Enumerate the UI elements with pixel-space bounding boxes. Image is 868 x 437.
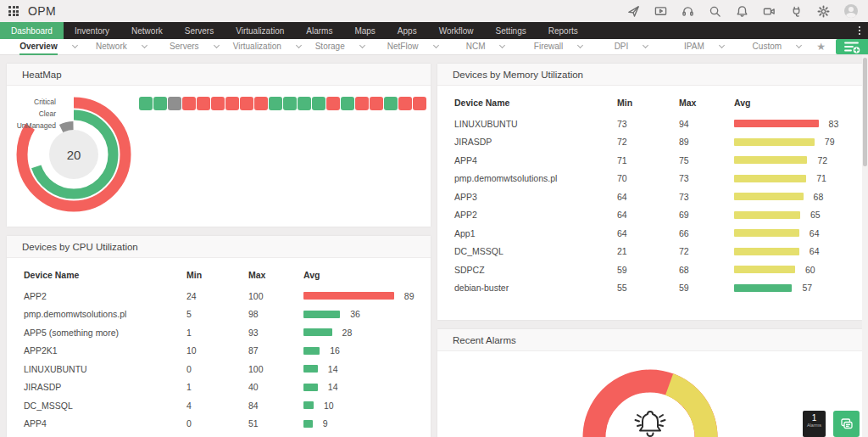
device-name[interactable]: APP2 — [454, 210, 617, 220]
subnav-tab[interactable]: Servers — [158, 39, 231, 54]
nav-tab[interactable]: Apps — [387, 22, 428, 39]
heatmap-cell[interactable] — [341, 97, 354, 110]
nav-tab[interactable]: Network — [120, 22, 174, 39]
device-name[interactable]: DC_MSSQL — [24, 401, 186, 411]
heatmap-cell[interactable] — [326, 97, 340, 110]
apps-grid-icon[interactable] — [8, 6, 19, 16]
heatmap-cell[interactable] — [225, 97, 239, 110]
search-icon[interactable] — [709, 5, 721, 18]
table-row[interactable]: debian-buster 55 59 57 — [454, 279, 845, 298]
chevron-down-icon[interactable] — [214, 42, 220, 48]
nav-tab[interactable]: Alarms — [295, 22, 343, 39]
heatmap-cell[interactable] — [298, 97, 311, 110]
alarm-count-badge[interactable]: 1 Alarms — [803, 411, 826, 437]
device-name[interactable]: APP3 — [454, 192, 617, 202]
nav-tab[interactable]: Dashboard — [0, 22, 64, 39]
chevron-down-icon[interactable] — [643, 42, 648, 48]
demo-player-icon[interactable] — [654, 5, 667, 18]
device-name[interactable]: pmp.demomwtsolutions.pl — [454, 173, 617, 183]
alarms-donut-chart[interactable]: 10 — [578, 365, 722, 437]
headset-icon[interactable] — [682, 5, 694, 18]
table-row[interactable]: DC_MSSQL 21 72 64 — [454, 243, 845, 261]
chat-button[interactable] — [833, 411, 860, 437]
device-name[interactable]: LINUXUBUNTU — [24, 364, 186, 374]
table-row[interactable]: APP5 (something more) 1 93 28 — [24, 323, 414, 342]
table-row[interactable]: APP2K1 10 87 16 — [24, 342, 414, 361]
device-name[interactable]: DC_MSSQL — [454, 246, 617, 256]
table-row[interactable]: APP4 0 51 9 — [24, 415, 414, 434]
heatmap-cell[interactable] — [168, 97, 181, 110]
table-row[interactable]: JIRASDP 1 40 14 — [24, 378, 414, 397]
nav-tab[interactable]: Inventory — [64, 22, 120, 39]
device-name[interactable]: APP4 — [24, 418, 186, 429]
subnav-tab[interactable]: DPI — [595, 39, 668, 54]
chevron-down-icon[interactable] — [296, 42, 302, 48]
chevron-down-icon[interactable] — [142, 42, 147, 48]
heatmap-cell[interactable] — [139, 97, 153, 110]
device-name[interactable]: pmp.demomwtsolutions.pl — [24, 309, 186, 319]
chevron-down-icon[interactable] — [499, 42, 505, 48]
subnav-tab[interactable]: Firewall — [522, 39, 595, 54]
heatmap-cell[interactable] — [211, 97, 225, 110]
rocket-icon[interactable] — [627, 5, 640, 18]
scrollbar-thumb[interactable] — [863, 58, 867, 166]
heatmap-cell[interactable] — [182, 97, 196, 110]
device-name[interactable]: debian-buster — [454, 283, 617, 293]
plug-icon[interactable] — [790, 5, 803, 18]
add-dashboard-button[interactable] — [836, 39, 868, 54]
heatmap-cell[interactable] — [384, 97, 398, 110]
heatmap-cell[interactable] — [197, 97, 210, 110]
device-name[interactable]: APP2K1 — [24, 345, 186, 356]
subnav-tab[interactable]: Overview — [12, 39, 85, 54]
device-name[interactable]: App1 — [454, 228, 617, 238]
heatmap-cell[interactable] — [269, 97, 282, 110]
table-row[interactable]: LINUXUBUNTU 0 100 14 — [24, 360, 414, 378]
heatmap-cell[interactable] — [312, 97, 326, 110]
heatmap-cell[interactable] — [254, 97, 268, 110]
heatmap-cell[interactable] — [413, 97, 426, 110]
heatmap-cell[interactable] — [355, 97, 369, 110]
chevron-down-icon[interactable] — [432, 42, 438, 48]
table-row[interactable]: APP4 71 75 72 — [454, 151, 845, 170]
table-row[interactable]: APP2 24 100 89 — [24, 287, 414, 305]
video-camera-icon[interactable] — [763, 5, 776, 18]
table-row[interactable]: DC_MSSQL 4 84 10 — [24, 396, 414, 415]
table-row[interactable]: pmp.demomwtsolutions.pl 5 98 36 — [24, 305, 414, 324]
subnav-tab[interactable]: NetFlow — [376, 39, 449, 54]
subnav-tab[interactable]: NCM — [449, 39, 522, 54]
nav-tab[interactable]: Virtualization — [225, 22, 295, 39]
user-avatar[interactable] — [844, 4, 858, 18]
device-name[interactable]: JIRASDP — [24, 382, 186, 392]
favorite-star-icon[interactable]: ★ — [816, 41, 826, 53]
nav-tab[interactable]: Workflow — [428, 22, 485, 39]
heatmap-cell[interactable] — [398, 97, 412, 110]
table-row[interactable]: LINUXUBUNTU 73 94 83 — [454, 115, 845, 133]
table-row[interactable]: App1 64 66 64 — [454, 224, 845, 243]
heatmap-cell[interactable] — [153, 97, 167, 110]
table-row[interactable]: JIRASDP 72 89 79 — [454, 133, 845, 152]
chevron-down-icon[interactable] — [359, 42, 365, 48]
device-name[interactable]: APP5 (something more) — [24, 328, 186, 338]
device-name[interactable]: JIRASDP — [454, 137, 617, 147]
more-menu-icon[interactable] — [851, 22, 868, 39]
nav-tab[interactable]: Maps — [343, 22, 386, 39]
nav-tab[interactable]: Reports — [537, 22, 589, 39]
table-row[interactable]: SDPCZ 59 68 60 — [454, 261, 845, 279]
device-name[interactable]: APP4 — [454, 155, 617, 165]
subnav-tab[interactable]: IPAM — [667, 39, 740, 54]
subnav-tab[interactable]: Storage — [303, 39, 376, 54]
heatmap-cell[interactable] — [283, 97, 297, 110]
bell-icon[interactable] — [736, 5, 748, 18]
subnav-tab[interactable]: Network — [85, 39, 158, 54]
chevron-down-icon[interactable] — [719, 42, 725, 48]
subnav-tab[interactable]: Virtualization — [231, 39, 303, 54]
gear-icon[interactable] — [817, 5, 830, 18]
table-row[interactable]: APP3 64 73 68 — [454, 188, 845, 206]
table-row[interactable]: APP2 64 69 65 — [454, 206, 845, 225]
heatmap-cell[interactable] — [370, 97, 383, 110]
device-name[interactable]: SDPCZ — [454, 265, 617, 275]
chevron-down-icon[interactable] — [72, 42, 78, 48]
heatmap-cell[interactable] — [240, 97, 253, 110]
nav-tab[interactable]: Servers — [174, 22, 225, 39]
device-name[interactable]: LINUXUBUNTU — [454, 119, 617, 129]
